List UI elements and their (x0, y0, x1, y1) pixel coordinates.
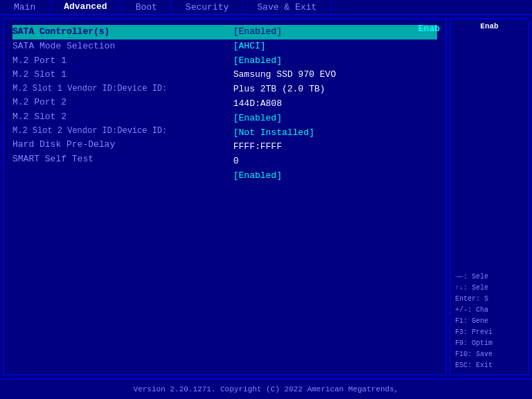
value-m2-slot1-cont: Plus 2TB (2.0 TB) (233, 82, 437, 97)
key-hint-f3: F3: Previ (455, 327, 524, 338)
tab-advanced[interactable]: Advanced (50, 0, 121, 14)
row-m2-port2[interactable]: M.2 Port 2 (12, 96, 233, 110)
value-m2-slot1-vendor: 144D:A808 (233, 97, 437, 112)
row-sata-mode[interactable]: SATA Mode Selection (12, 39, 233, 54)
key-hint-arrows-ud: ↑↓: Sele (455, 283, 524, 294)
value-sata-mode: [AHCI] (233, 39, 437, 54)
row-sata-controller[interactable]: SATA Controller(s) (12, 25, 233, 39)
row-m2-slot1[interactable]: M.2 Slot 1 (12, 68, 233, 82)
key-hint-enter: Enter: S (455, 294, 524, 305)
row-m2-slot1-vendor: M.2 Slot 1 Vendor ID:Device ID: (12, 82, 233, 96)
tab-security[interactable]: Security (172, 0, 243, 14)
footer-bar: Version 2.20.1271. Copyright (C) 2022 Am… (0, 378, 532, 399)
value-m2-port2: [Enabled] (233, 112, 437, 126)
settings-table: SATA Controller(s) SATA Mode Selection M… (12, 25, 437, 184)
value-m2-slot2-vendor: FFFF:FFFF (233, 140, 437, 154)
row-m2-port1[interactable]: M.2 Port 1 (12, 54, 233, 69)
value-sata-controller: [Enabled] (233, 25, 437, 39)
key-hints: →←: Sele ↑↓: Sele Enter: S +/-: Cha F1: … (455, 272, 524, 371)
value-m2-port1: [Enabled] (233, 54, 437, 69)
tab-save-exit[interactable]: Save & Exit (243, 0, 331, 14)
row-m2-slot2[interactable]: M.2 Slot 2 (12, 110, 233, 125)
settings-values-col: [Enabled] [AHCI] [Enabled] Samsung SSD 9… (233, 25, 437, 184)
key-hint-esc: ESC: Exit (455, 360, 524, 371)
value-m2-slot1: Samsung SSD 970 EVO (233, 68, 437, 82)
tab-main[interactable]: Main (0, 0, 50, 14)
value-hdd-pre-delay: 0 (233, 154, 437, 169)
row-hdd-pre-delay[interactable]: Hard Disk Pre-Delay (12, 138, 233, 152)
tab-boot[interactable]: Boot (122, 0, 172, 14)
value-smart-self-test: [Enabled] (233, 169, 437, 184)
key-hint-arrows-lr: →←: Sele (455, 272, 524, 283)
row-smart-self-test[interactable]: SMART Self Test (12, 152, 233, 167)
key-hint-f9: F9: Optim (455, 338, 524, 349)
row-m2-slot2-vendor: M.2 Slot 2 Vendor ID:Device ID: (12, 125, 233, 138)
right-sidebar: Enab →←: Sele ↑↓: Sele Enter: S +/-: Cha… (450, 18, 529, 375)
settings-labels-col: SATA Controller(s) SATA Mode Selection M… (12, 25, 233, 184)
key-hint-f1: F1: Gene (455, 316, 524, 327)
value-m2-slot2: [Not Installed] (233, 126, 437, 141)
content-area: Enab SATA Controller(s) SATA Mode Select… (3, 18, 447, 375)
key-hint-f10: F10: Save (455, 349, 524, 360)
sidebar-header: Enab (455, 22, 524, 30)
footer-text: Version 2.20.1271. Copyright (C) 2022 Am… (134, 385, 399, 393)
bios-main: Enab SATA Controller(s) SATA Mode Select… (0, 15, 532, 378)
tab-bar: Main Advanced Boot Security Save & Exit (0, 0, 532, 15)
key-hint-plusminus: +/-: Cha (455, 305, 524, 316)
top-right-enabled-label: Enab (418, 24, 440, 34)
